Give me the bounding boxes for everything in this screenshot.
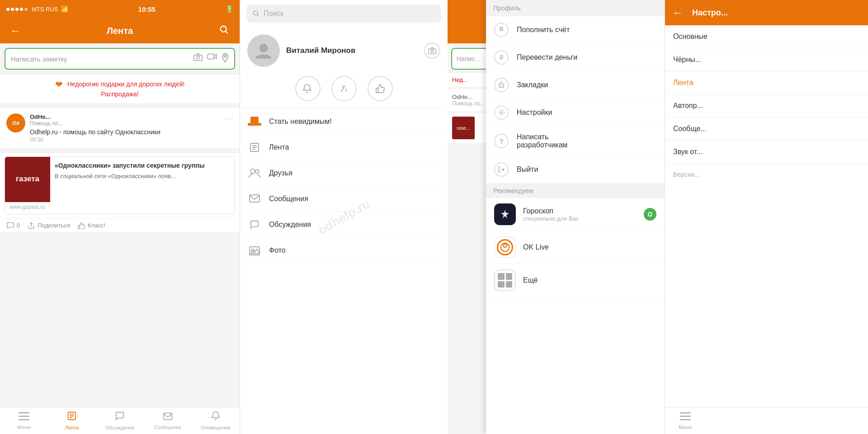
svg-rect-39 [680,416,691,417]
photos-label: Фото [269,246,286,255]
friends-icon [248,167,261,179]
svg-rect-38 [680,412,691,414]
settings-title: Настро... [692,8,728,18]
overlay-transfer[interactable]: ₽ Перевести деньги [486,44,665,71]
oklive-icon [494,236,516,258]
comment-action[interactable]: 0 [6,222,20,229]
nav-obsuzhdenia[interactable]: Обсуждения [96,407,144,434]
back-button[interactable]: ← [7,24,24,37]
settings-back-button[interactable]: ← [672,6,683,19]
feed-card-desc: В социальной сети «Одноклассники» появ..… [55,172,230,180]
location-icon[interactable] [222,53,229,65]
feed-more-1[interactable]: ⋯ [225,113,233,123]
svg-rect-4 [208,54,214,59]
overlay-bookmarks[interactable]: Закладки [486,71,665,99]
svg-point-20 [431,50,434,53]
settings-messages2[interactable]: Сообще... [665,118,868,141]
overlay-write-dev[interactable]: ? Написатьразработчикам [486,127,665,156]
recommend-more[interactable]: Ещё [486,264,665,297]
settings-lenta[interactable]: Лента [665,71,868,94]
battery-icon: 🔋 [226,5,233,13]
thumb-circle[interactable] [368,76,393,101]
feed-card-text: «Одноклассники» запустили секретные груп… [50,157,235,202]
messages-label: Сообщения [269,195,308,203]
menu-item-invisible[interactable]: Стать невидимым! [240,109,448,135]
nav-menu[interactable]: Меню [0,407,48,434]
panel3-overlay: Профиль Пополнить счёт ₽ Перевести деньг… [486,0,665,434]
feed-item-1-content: OdHe... Помощь по... Odhelp.ru - помощь … [30,113,221,143]
status-bar: MTS RUS 📶 10:55 🔋 [0,0,240,18]
settings-version: Версия... [665,164,868,185]
write-note-placeholder: Написать заметку [11,55,189,63]
write-dev-label: Написатьразработчикам [517,133,567,149]
menu-item-messages[interactable]: Сообщения [240,186,448,212]
svg-rect-27 [250,195,259,202]
menu-item-photos[interactable]: Фото [240,238,448,264]
recommend-section-header: Рекомендуем [486,184,665,198]
more-icon-container [494,269,516,291]
horoscope-info: Гороскоп специально для Вас [523,207,637,222]
menu-item-lenta[interactable]: Лента [240,135,448,160]
settings-basic[interactable]: Основные [665,25,868,48]
nav-lenta[interactable]: Лента [48,407,96,434]
search-bar[interactable]: Поиск [246,5,441,23]
ad-text: Недорогие подарки для дорогих людей! Рас… [67,80,185,98]
wifi-icon: 📶 [61,5,68,13]
svg-rect-9 [19,416,29,417]
nav-soobschenya-label: Сообщения [154,425,181,430]
more-info: Ещё [523,276,656,284]
transfer-label: Перевести деньги [517,53,577,61]
nav-soobschenya[interactable]: Сообщения [144,407,192,434]
page-title: Лента [107,26,133,36]
feed-item-1-header: Od OdHe... Помощь по... Odhelp.ru - помо… [6,113,233,143]
menu-item-discussions[interactable]: Обсуждения [240,212,448,238]
oklive-title: OK Live [523,243,656,251]
feed-title-1: Odhelp.ru - помощь по сайту Одноклассник… [30,128,221,136]
p4-menu-icon [680,411,691,423]
svg-point-32 [500,112,502,113]
overlay-logout[interactable]: Выйти [486,156,665,184]
panel-settings: ← Настро... Основные Чёрны... Лента Авто… [665,0,868,434]
p3-card-img: газе... [452,117,475,139]
ok-live-circle [497,239,513,255]
dot1 [6,8,9,11]
soobschenya-icon [163,411,173,423]
user-profile-section: Виталий Миронов [240,27,448,71]
nav-opoveschenya[interactable]: Оповещения [192,407,240,434]
settings-black[interactable]: Чёрны... [665,48,868,71]
time-label: 10:55 [138,5,156,13]
write-note-bar[interactable]: Написать заметку [5,48,235,70]
svg-point-0 [221,26,226,32]
svg-point-26 [255,170,259,173]
notifications-circle[interactable] [295,76,321,101]
nav-opoveschenya-label: Оповещения [201,425,231,430]
like-action[interactable]: Класс! [77,222,105,229]
svg-point-25 [250,169,255,174]
steps-circle[interactable] [331,76,357,101]
svg-point-3 [197,56,200,59]
topup-label: Пополнить счёт [517,26,570,34]
search-button[interactable] [216,25,232,37]
p4-nav-menu[interactable]: Меню [665,407,706,434]
video-icon[interactable] [207,53,217,65]
overlay-settings[interactable]: Настройки [486,99,665,127]
user-name: Виталий Миронов [286,46,418,56]
recommend-oklive[interactable]: OK Live [486,231,665,264]
settings-sound[interactable]: Звук от... [665,141,868,164]
feed-actions: 0 Поделиться Класс! [0,218,240,233]
lenta-icon [67,411,77,424]
horoscope-title: Гороскоп [523,207,637,215]
nav-menu-label: Меню [17,425,31,430]
recommend-horoscope[interactable]: Гороскоп специально для Вас G [486,198,665,231]
user-avatar[interactable] [247,34,280,67]
camera-button[interactable] [424,42,440,59]
camera-icon[interactable] [193,53,203,65]
profile-actions [240,71,448,108]
overlay-topup[interactable]: Пополнить счёт [486,16,665,44]
feed-card-image: газета [5,157,50,202]
settings-auto[interactable]: Автопр... [665,94,868,118]
share-action[interactable]: Поделиться [27,222,70,229]
svg-point-6 [224,55,226,57]
feed-sub-1: Помощь по... [30,120,221,127]
menu-item-friends[interactable]: Друзья [240,160,448,186]
